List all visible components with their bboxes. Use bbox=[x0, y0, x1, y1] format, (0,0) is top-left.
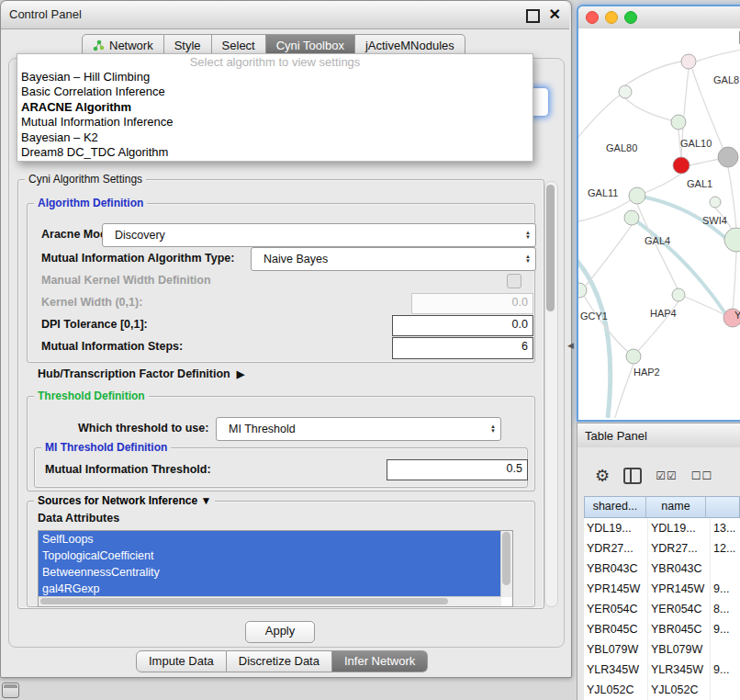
data-attribute-item[interactable]: BetweennessCentrality bbox=[39, 564, 505, 581]
window-title: Control Panel bbox=[9, 7, 82, 21]
table-panel-titlebar[interactable]: Table Panel bbox=[577, 423, 740, 449]
table-row[interactable]: YDL19...YDL19...13... bbox=[584, 518, 740, 538]
column-header[interactable] bbox=[706, 497, 740, 517]
control-panel-window: Control Panel ✕ Network Style Select bbox=[0, 0, 572, 678]
data-attribute-item[interactable]: gal4RGexp bbox=[39, 581, 505, 597]
table-row[interactable]: YLR345WYLR345W9... bbox=[584, 660, 740, 680]
control-panel-titlebar[interactable]: Control Panel ✕ bbox=[1, 1, 569, 29]
algorithm-option[interactable]: ARACNE Algorithm bbox=[17, 100, 533, 115]
network-edge[interactable] bbox=[637, 204, 678, 289]
algorithm-option[interactable]: Mutual Information Inference bbox=[17, 115, 533, 130]
table-cell: 8... bbox=[711, 599, 740, 619]
dpi-tolerance-field[interactable]: 0.0 bbox=[392, 315, 533, 336]
network-node[interactable] bbox=[629, 187, 645, 204]
network-canvas[interactable]: GAL8GAL80GAL10GAL11GAL1SWI4GAL4GCY1HAP4Y… bbox=[578, 28, 740, 420]
mi-type-select[interactable]: Naive Bayes ▲▼ bbox=[251, 247, 536, 271]
network-node[interactable] bbox=[671, 115, 686, 130]
algorithm-option[interactable]: Bayesian – Hill Climbing bbox=[17, 70, 533, 85]
network-edge[interactable] bbox=[615, 364, 633, 418]
table-header-row: shared... name bbox=[584, 496, 740, 518]
network-edge[interactable] bbox=[625, 98, 678, 122]
table-row[interactable]: YPR145WYPR145W9... bbox=[584, 579, 740, 599]
settings-scrollbar[interactable] bbox=[544, 181, 558, 607]
aracne-mode-select[interactable]: Discovery ▲▼ bbox=[102, 223, 536, 247]
network-node[interactable] bbox=[619, 85, 632, 98]
data-attributes-listbox[interactable]: SelfLoopsTopologicalCoefficientBetweenne… bbox=[38, 530, 513, 607]
float-window-icon[interactable] bbox=[526, 9, 540, 23]
network-node-label: GAL4 bbox=[645, 235, 670, 246]
mi-steps-field[interactable]: 6 bbox=[392, 337, 533, 359]
network-window-titlebar[interactable] bbox=[578, 6, 740, 29]
data-attribute-item[interactable]: TopologicalCoefficient bbox=[39, 548, 505, 564]
dpi-tolerance-label: DPI Tolerance [0,1]: bbox=[41, 315, 148, 333]
table-cell bbox=[711, 680, 740, 700]
network-edge[interactable] bbox=[578, 95, 621, 137]
network-edge[interactable] bbox=[733, 252, 736, 309]
tab-discretize-data[interactable]: Discretize Data bbox=[227, 650, 332, 672]
list-horizontal-scrollbar[interactable] bbox=[39, 596, 501, 606]
table-row[interactable]: YBR043CYBR043C bbox=[584, 559, 740, 579]
sources-section-toggle[interactable]: Sources for Network Inference ▼ bbox=[34, 494, 215, 507]
minimized-window-icon[interactable] bbox=[2, 683, 19, 698]
column-header[interactable]: name bbox=[646, 497, 706, 517]
mi-threshold-field[interactable]: 0.5 bbox=[387, 459, 528, 480]
network-node[interactable] bbox=[710, 197, 721, 208]
network-node[interactable] bbox=[624, 210, 639, 225]
table-cell bbox=[711, 559, 740, 579]
hub-section-label: Hub/Transcription Factor Definition bbox=[38, 366, 230, 382]
network-node[interactable] bbox=[673, 157, 690, 174]
mi-threshold-group-title: MI Threshold Definition bbox=[41, 441, 171, 454]
table-row[interactable]: YBL079WYBL079W bbox=[584, 639, 740, 660]
table-cell: YDL19... bbox=[648, 518, 711, 538]
table-cell: YLR345W bbox=[584, 660, 648, 680]
kernel-width-field[interactable]: 0.0 bbox=[411, 293, 533, 314]
table-cell: 9... bbox=[711, 660, 740, 680]
network-edge[interactable] bbox=[578, 258, 611, 418]
table-cell: YDR27... bbox=[648, 538, 711, 559]
algorithm-option[interactable]: Bayesian – K2 bbox=[17, 130, 533, 145]
splitter-collapse-arrow[interactable]: ◀ bbox=[567, 341, 574, 350]
table-cell: YBR045C bbox=[648, 619, 711, 639]
network-node[interactable] bbox=[672, 288, 685, 301]
table-row[interactable]: YBR045CYBR045C9... bbox=[584, 619, 740, 639]
tab-impute-data[interactable]: Impute Data bbox=[136, 650, 227, 672]
zoom-traffic-light-icon[interactable] bbox=[624, 11, 637, 24]
network-edge[interactable] bbox=[728, 167, 736, 229]
tab-label: Select bbox=[222, 39, 255, 52]
scrollbar-thumb[interactable] bbox=[546, 185, 555, 311]
list-vertical-scrollbar[interactable] bbox=[500, 531, 512, 597]
close-icon[interactable]: ✕ bbox=[549, 6, 561, 23]
minimize-traffic-light-icon[interactable] bbox=[605, 11, 618, 24]
scrollbar-thumb[interactable] bbox=[40, 598, 448, 604]
data-attribute-item[interactable]: SelfLoops bbox=[39, 531, 505, 548]
algorithm-option[interactable]: Dream8 DC_TDC Algorithm bbox=[17, 145, 533, 160]
select-all-icon[interactable]: ☑☑ bbox=[656, 469, 678, 482]
scrollbar-thumb[interactable] bbox=[502, 532, 510, 585]
table-row[interactable]: YER054CYER054C8... bbox=[584, 599, 740, 619]
apply-button[interactable]: Apply bbox=[245, 621, 315, 643]
network-node[interactable] bbox=[724, 228, 740, 252]
table-row[interactable]: YJL052CYJL052C bbox=[584, 680, 740, 700]
manual-kernel-checkbox[interactable] bbox=[507, 274, 521, 288]
network-node[interactable] bbox=[626, 349, 641, 364]
network-node[interactable] bbox=[681, 54, 696, 69]
network-node[interactable] bbox=[718, 147, 738, 167]
table-row[interactable]: YDR27...YDR27...12... bbox=[584, 538, 740, 559]
gear-icon[interactable]: ⚙ bbox=[595, 468, 610, 484]
network-node-label: GAL8 bbox=[713, 74, 739, 85]
network-node-label: GAL10 bbox=[680, 138, 712, 149]
tab-infer-network[interactable]: Infer Network bbox=[332, 650, 428, 672]
column-header[interactable]: shared... bbox=[585, 497, 646, 517]
network-edge[interactable] bbox=[696, 50, 740, 62]
close-traffic-light-icon[interactable] bbox=[586, 11, 599, 24]
network-edge[interactable] bbox=[586, 225, 632, 286]
hub-section-toggle[interactable]: Hub/Transcription Factor Definition ▶ bbox=[38, 366, 244, 382]
table-cell: YER054C bbox=[584, 599, 648, 619]
algorithm-option[interactable]: Basic Correlation Inference bbox=[17, 85, 533, 99]
table-cell: YPR145W bbox=[584, 579, 648, 599]
mi-type-value: Naive Bayes bbox=[263, 253, 328, 265]
network-edge[interactable] bbox=[625, 61, 685, 85]
column-selector-icon[interactable] bbox=[623, 468, 642, 484]
deselect-all-icon[interactable]: ☐☐ bbox=[691, 469, 713, 482]
which-threshold-select[interactable]: MI Threshold ▲▼ bbox=[216, 417, 501, 441]
